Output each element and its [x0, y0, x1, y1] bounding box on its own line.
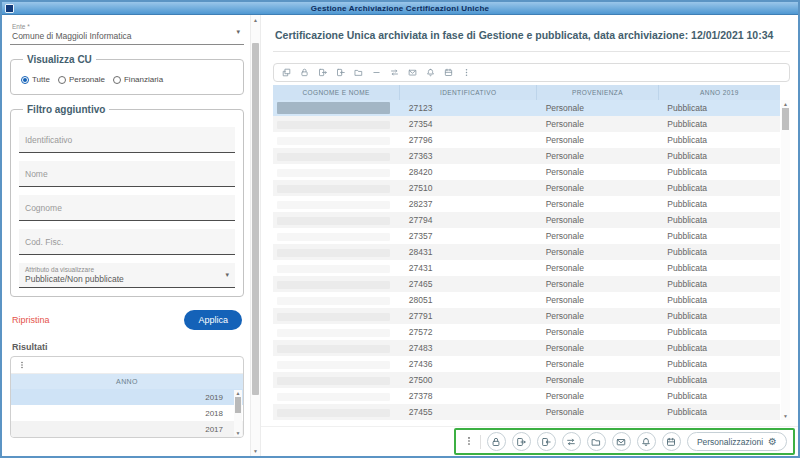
ripristina-link[interactable]: Ripristina: [12, 315, 50, 325]
table-scrollbar[interactable]: ▲ ▼: [781, 100, 790, 420]
redacted-name: [277, 345, 390, 353]
filtro-aggiuntivo-fieldset: Filtro aggiuntivo IdentificativoNomeCogn…: [10, 104, 244, 297]
panel-scrollbar[interactable]: ▲ ▼: [250, 15, 261, 456]
minus-icon[interactable]: [372, 68, 381, 77]
redacted-name: [277, 361, 390, 369]
radio-finanziaria[interactable]: Finanziaria: [113, 75, 163, 84]
table-row[interactable]: 27378PersonalePubblicata: [273, 388, 780, 404]
anno-rows: 201920182017: [11, 389, 243, 437]
redacted-name: [277, 185, 390, 193]
table-row[interactable]: 27791PersonalePubblicata: [273, 308, 780, 324]
open-new-icon[interactable]: [282, 68, 291, 77]
scroll-down-icon[interactable]: ▼: [783, 413, 788, 419]
risultati-menu[interactable]: [11, 357, 243, 374]
scroll-down-icon[interactable]: ▼: [236, 430, 241, 436]
cell-identificativo: 27357: [400, 228, 537, 244]
mail-icon[interactable]: [612, 432, 631, 451]
attributo-select[interactable]: Attributo da visualizzare Pubblicate/Non…: [19, 263, 235, 288]
bottom-bar: Personalizzazioni ⚙: [261, 426, 798, 456]
table-row[interactable]: 28237PersonalePubblicata: [273, 196, 780, 212]
more-vertical-icon[interactable]: [462, 68, 471, 77]
scroll-up-icon[interactable]: ▲: [253, 17, 258, 23]
anno-row[interactable]: 2019: [11, 389, 243, 405]
table-row[interactable]: 27483PersonalePubblicata: [273, 340, 780, 356]
cell-provenienza: Personale: [537, 196, 659, 212]
redacted-name: [277, 169, 390, 177]
cell-provenienza: Personale: [537, 404, 659, 420]
cell-cognome: [273, 276, 400, 292]
personalizzazioni-button[interactable]: Personalizzazioni ⚙: [687, 432, 787, 451]
bell-icon[interactable]: [426, 68, 435, 77]
anno-row[interactable]: 2018: [11, 405, 243, 421]
applica-button[interactable]: Applica: [184, 310, 242, 330]
attributo-label: Attributo da visualizzare: [25, 266, 124, 273]
table-row[interactable]: 27465PersonalePubblicata: [273, 276, 780, 292]
radio-personale[interactable]: Personale: [58, 75, 105, 84]
col-cognome-e-nome[interactable]: COGNOME E NOME: [273, 85, 400, 100]
col-anno-2019[interactable]: ANNO 2019: [658, 85, 780, 100]
bell-icon[interactable]: [637, 432, 656, 451]
doc-in-icon[interactable]: [537, 432, 556, 451]
cell-provenienza: Personale: [537, 292, 659, 308]
cell-cognome: [273, 100, 400, 116]
calendar-icon[interactable]: [444, 68, 453, 77]
cod-fisc-input[interactable]: Cod. Fisc.: [19, 229, 235, 255]
doc-in-icon[interactable]: [336, 68, 345, 77]
table-row[interactable]: 27794PersonalePubblicata: [273, 212, 780, 228]
table-row[interactable]: 27510PersonalePubblicata: [273, 180, 780, 196]
cell-identificativo: 28237: [400, 196, 537, 212]
page-title: Certificazione Unica archiviata in fase …: [273, 23, 792, 51]
more-vertical-icon[interactable]: [18, 356, 26, 374]
table-row[interactable]: 27363PersonalePubblicata: [273, 148, 780, 164]
transfer-icon[interactable]: [562, 432, 581, 451]
table-row[interactable]: 27796PersonalePubblicata: [273, 132, 780, 148]
risultati-scrollbar[interactable]: ▲ ▼: [234, 390, 242, 436]
table-row[interactable]: 28431PersonalePubblicata: [273, 244, 780, 260]
folder-icon[interactable]: [587, 432, 606, 451]
lock-icon[interactable]: [300, 68, 309, 77]
filter-sidebar: Ente * Comune di Maggioli Informatica ▾ …: [2, 15, 250, 456]
cell-provenienza: Personale: [537, 132, 659, 148]
table-row[interactable]: 27436PersonalePubblicata: [273, 356, 780, 372]
scroll-thumb[interactable]: [252, 43, 259, 395]
window-titlebar[interactable]: Gestione Archiviazione Certificazioni Un…: [2, 2, 798, 15]
table-row[interactable]: 27431PersonalePubblicata: [273, 260, 780, 276]
doc-out-icon[interactable]: [512, 432, 531, 451]
table-row[interactable]: 28051PersonalePubblicata: [273, 292, 780, 308]
table-row[interactable]: 28420PersonalePubblicata: [273, 164, 780, 180]
cell-provenienza: Personale: [537, 276, 659, 292]
cell-stato: Pubblicata: [658, 100, 780, 116]
cell-identificativo: 28420: [400, 164, 537, 180]
more-vertical-icon[interactable]: [464, 433, 474, 451]
scroll-thumb[interactable]: [782, 108, 789, 130]
table-row[interactable]: 27357PersonalePubblicata: [273, 228, 780, 244]
table-row[interactable]: 27123PersonalePubblicata: [273, 100, 780, 116]
folder-icon[interactable]: [354, 68, 363, 77]
scroll-up-icon[interactable]: ▲: [236, 390, 241, 396]
cell-cognome: [273, 340, 400, 356]
transfer-icon[interactable]: [390, 68, 399, 77]
col-identificativo[interactable]: IDENTIFICATIVO: [400, 85, 537, 100]
cell-identificativo: 27436: [400, 356, 537, 372]
redacted-name: [277, 265, 390, 273]
table-row[interactable]: 27354PersonalePubblicata: [273, 116, 780, 132]
scroll-up-icon[interactable]: ▲: [783, 101, 788, 107]
table-row[interactable]: 27500PersonalePubblicata: [273, 372, 780, 388]
cognome-input[interactable]: Cognome: [19, 195, 235, 221]
mail-icon[interactable]: [408, 68, 417, 77]
visualizza-cu-legend: Visualizza CU: [23, 54, 96, 65]
radio-tutte[interactable]: Tutte: [21, 75, 50, 84]
calendar-icon[interactable]: [662, 432, 681, 451]
doc-out-icon[interactable]: [318, 68, 327, 77]
scroll-thumb[interactable]: [235, 397, 241, 413]
anno-row[interactable]: 2017: [11, 421, 243, 437]
app-icon: [5, 4, 14, 13]
col-provenienza[interactable]: PROVENIENZA: [537, 85, 659, 100]
identificativo-input[interactable]: Identificativo: [19, 127, 235, 153]
lock-icon[interactable]: [487, 432, 506, 451]
scroll-down-icon[interactable]: ▼: [253, 448, 258, 454]
nome-input[interactable]: Nome: [19, 161, 235, 187]
table-row[interactable]: 27455PersonalePubblicata: [273, 404, 780, 420]
table-row[interactable]: 27572PersonalePubblicata: [273, 324, 780, 340]
ente-select[interactable]: Ente * Comune di Maggioli Informatica ▾: [10, 21, 244, 45]
